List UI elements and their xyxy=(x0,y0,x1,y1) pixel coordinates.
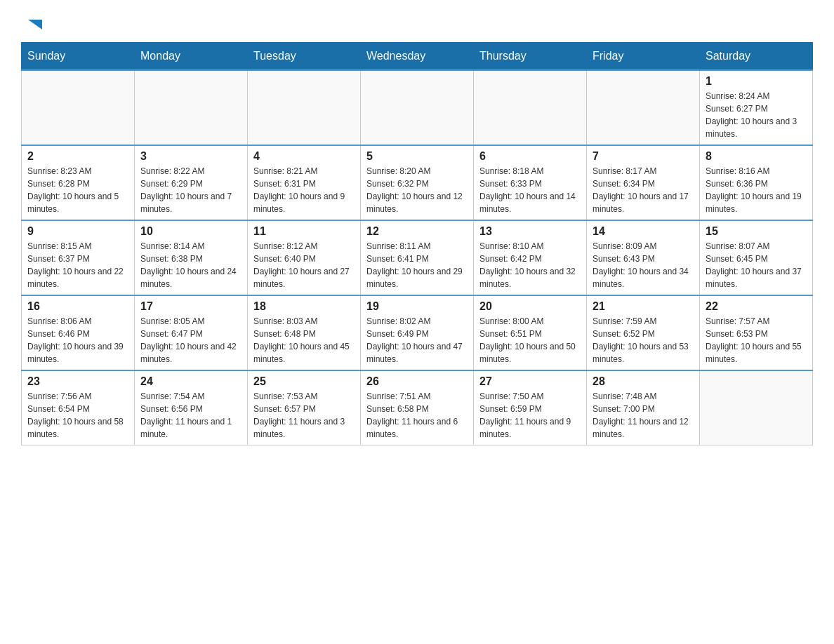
calendar-cell xyxy=(135,70,248,145)
day-number: 12 xyxy=(366,225,468,238)
day-number: 20 xyxy=(479,300,581,313)
day-info: Sunrise: 7:51 AMSunset: 6:58 PMDaylight:… xyxy=(366,390,468,441)
calendar-week-row: 16Sunrise: 8:06 AMSunset: 6:46 PMDayligh… xyxy=(22,295,813,370)
day-number: 15 xyxy=(706,225,807,238)
calendar-week-row: 2Sunrise: 8:23 AMSunset: 6:28 PMDaylight… xyxy=(22,145,813,220)
day-info: Sunrise: 8:20 AMSunset: 6:32 PMDaylight:… xyxy=(366,165,468,215)
day-info: Sunrise: 8:15 AMSunset: 6:37 PMDaylight:… xyxy=(27,240,128,290)
calendar-cell: 10Sunrise: 8:14 AMSunset: 6:38 PMDayligh… xyxy=(135,220,248,295)
weekday-header-tuesday: Tuesday xyxy=(248,43,361,71)
page-header xyxy=(21,14,813,35)
day-info: Sunrise: 7:56 AMSunset: 6:54 PMDaylight:… xyxy=(27,390,128,441)
calendar-cell: 17Sunrise: 8:05 AMSunset: 6:47 PMDayligh… xyxy=(135,295,248,370)
day-info: Sunrise: 7:57 AMSunset: 6:53 PMDaylight:… xyxy=(706,315,807,365)
day-info: Sunrise: 8:02 AMSunset: 6:49 PMDaylight:… xyxy=(366,315,468,365)
day-info: Sunrise: 7:59 AMSunset: 6:52 PMDaylight:… xyxy=(593,315,694,365)
day-info: Sunrise: 8:16 AMSunset: 6:36 PMDaylight:… xyxy=(706,165,807,215)
calendar-week-row: 9Sunrise: 8:15 AMSunset: 6:37 PMDaylight… xyxy=(22,220,813,295)
calendar-cell: 24Sunrise: 7:54 AMSunset: 6:56 PMDayligh… xyxy=(135,370,248,445)
day-info: Sunrise: 8:11 AMSunset: 6:41 PMDaylight:… xyxy=(366,240,468,290)
calendar-cell: 26Sunrise: 7:51 AMSunset: 6:58 PMDayligh… xyxy=(361,370,474,445)
calendar-cell: 3Sunrise: 8:22 AMSunset: 6:29 PMDaylight… xyxy=(135,145,248,220)
weekday-header-wednesday: Wednesday xyxy=(361,43,474,71)
day-number: 22 xyxy=(706,300,807,313)
day-info: Sunrise: 8:12 AMSunset: 6:40 PMDaylight:… xyxy=(253,240,355,290)
day-number: 13 xyxy=(479,225,581,238)
calendar-cell: 9Sunrise: 8:15 AMSunset: 6:37 PMDaylight… xyxy=(22,220,135,295)
day-info: Sunrise: 8:09 AMSunset: 6:43 PMDaylight:… xyxy=(593,240,694,290)
day-number: 10 xyxy=(140,225,241,238)
day-number: 2 xyxy=(27,150,128,163)
day-number: 24 xyxy=(140,375,241,388)
day-number: 25 xyxy=(253,375,355,388)
calendar-body: 1Sunrise: 8:24 AMSunset: 6:27 PMDaylight… xyxy=(22,70,813,445)
day-info: Sunrise: 8:14 AMSunset: 6:38 PMDaylight:… xyxy=(140,240,241,290)
day-number: 1 xyxy=(706,75,807,88)
day-number: 17 xyxy=(140,300,241,313)
weekday-header-sunday: Sunday xyxy=(22,43,135,71)
calendar-cell: 19Sunrise: 8:02 AMSunset: 6:49 PMDayligh… xyxy=(361,295,474,370)
logo-triangle-icon xyxy=(22,14,44,35)
day-info: Sunrise: 8:18 AMSunset: 6:33 PMDaylight:… xyxy=(479,165,581,215)
calendar-cell: 12Sunrise: 8:11 AMSunset: 6:41 PMDayligh… xyxy=(361,220,474,295)
day-info: Sunrise: 8:06 AMSunset: 6:46 PMDaylight:… xyxy=(27,315,128,365)
day-info: Sunrise: 8:05 AMSunset: 6:47 PMDaylight:… xyxy=(140,315,241,365)
calendar-cell: 6Sunrise: 8:18 AMSunset: 6:33 PMDaylight… xyxy=(474,145,587,220)
day-info: Sunrise: 8:07 AMSunset: 6:45 PMDaylight:… xyxy=(706,240,807,290)
weekday-header-saturday: Saturday xyxy=(700,43,813,71)
day-number: 11 xyxy=(253,225,355,238)
day-info: Sunrise: 8:21 AMSunset: 6:31 PMDaylight:… xyxy=(253,165,355,215)
day-number: 28 xyxy=(593,375,694,388)
day-number: 4 xyxy=(253,150,355,163)
day-number: 3 xyxy=(140,150,241,163)
calendar-cell: 1Sunrise: 8:24 AMSunset: 6:27 PMDaylight… xyxy=(700,70,813,145)
weekday-header-friday: Friday xyxy=(587,43,700,71)
calendar-cell: 16Sunrise: 8:06 AMSunset: 6:46 PMDayligh… xyxy=(22,295,135,370)
calendar-cell: 2Sunrise: 8:23 AMSunset: 6:28 PMDaylight… xyxy=(22,145,135,220)
day-number: 6 xyxy=(479,150,581,163)
day-info: Sunrise: 8:22 AMSunset: 6:29 PMDaylight:… xyxy=(140,165,241,215)
calendar-cell: 18Sunrise: 8:03 AMSunset: 6:48 PMDayligh… xyxy=(248,295,361,370)
calendar-cell: 13Sunrise: 8:10 AMSunset: 6:42 PMDayligh… xyxy=(474,220,587,295)
calendar-week-row: 1Sunrise: 8:24 AMSunset: 6:27 PMDaylight… xyxy=(22,70,813,145)
day-number: 19 xyxy=(366,300,468,313)
day-number: 9 xyxy=(27,225,128,238)
day-number: 26 xyxy=(366,375,468,388)
calendar-cell: 15Sunrise: 8:07 AMSunset: 6:45 PMDayligh… xyxy=(700,220,813,295)
calendar-cell: 8Sunrise: 8:16 AMSunset: 6:36 PMDaylight… xyxy=(700,145,813,220)
day-info: Sunrise: 7:54 AMSunset: 6:56 PMDaylight:… xyxy=(140,390,241,441)
day-info: Sunrise: 8:24 AMSunset: 6:27 PMDaylight:… xyxy=(706,90,807,140)
day-number: 14 xyxy=(593,225,694,238)
calendar-cell: 4Sunrise: 8:21 AMSunset: 6:31 PMDaylight… xyxy=(248,145,361,220)
calendar-cell: 28Sunrise: 7:48 AMSunset: 7:00 PMDayligh… xyxy=(587,370,700,445)
day-number: 18 xyxy=(253,300,355,313)
day-info: Sunrise: 8:03 AMSunset: 6:48 PMDaylight:… xyxy=(253,315,355,365)
calendar-cell: 23Sunrise: 7:56 AMSunset: 6:54 PMDayligh… xyxy=(22,370,135,445)
calendar-cell: 25Sunrise: 7:53 AMSunset: 6:57 PMDayligh… xyxy=(248,370,361,445)
calendar-cell: 20Sunrise: 8:00 AMSunset: 6:51 PMDayligh… xyxy=(474,295,587,370)
day-number: 5 xyxy=(366,150,468,163)
calendar-week-row: 23Sunrise: 7:56 AMSunset: 6:54 PMDayligh… xyxy=(22,370,813,445)
calendar-cell xyxy=(361,70,474,145)
day-number: 21 xyxy=(593,300,694,313)
day-number: 16 xyxy=(27,300,128,313)
day-info: Sunrise: 7:50 AMSunset: 6:59 PMDaylight:… xyxy=(479,390,581,441)
calendar-cell xyxy=(474,70,587,145)
day-number: 23 xyxy=(27,375,128,388)
calendar-cell xyxy=(700,370,813,445)
calendar-cell: 11Sunrise: 8:12 AMSunset: 6:40 PMDayligh… xyxy=(248,220,361,295)
weekday-header-monday: Monday xyxy=(135,43,248,71)
calendar-table: SundayMondayTuesdayWednesdayThursdayFrid… xyxy=(21,42,813,445)
day-number: 27 xyxy=(479,375,581,388)
day-info: Sunrise: 7:53 AMSunset: 6:57 PMDaylight:… xyxy=(253,390,355,441)
calendar-header-row: SundayMondayTuesdayWednesdayThursdayFrid… xyxy=(22,43,813,71)
calendar-cell: 27Sunrise: 7:50 AMSunset: 6:59 PMDayligh… xyxy=(474,370,587,445)
calendar-cell: 14Sunrise: 8:09 AMSunset: 6:43 PMDayligh… xyxy=(587,220,700,295)
calendar-cell: 21Sunrise: 7:59 AMSunset: 6:52 PMDayligh… xyxy=(587,295,700,370)
logo xyxy=(21,14,44,35)
calendar-cell xyxy=(22,70,135,145)
day-info: Sunrise: 8:17 AMSunset: 6:34 PMDaylight:… xyxy=(593,165,694,215)
calendar-cell xyxy=(587,70,700,145)
day-info: Sunrise: 8:10 AMSunset: 6:42 PMDaylight:… xyxy=(479,240,581,290)
calendar-cell: 5Sunrise: 8:20 AMSunset: 6:32 PMDaylight… xyxy=(361,145,474,220)
